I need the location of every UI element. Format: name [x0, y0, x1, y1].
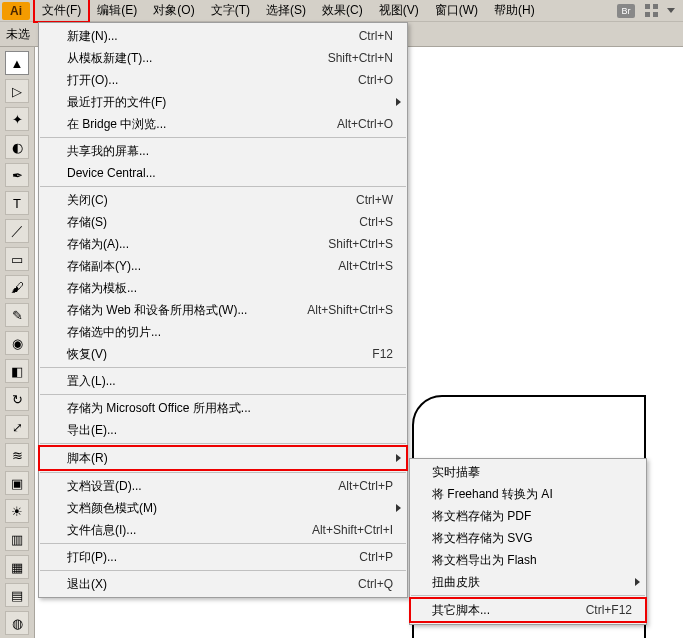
menu-save-copy[interactable]: 存储副本(Y)...Alt+Ctrl+S	[39, 255, 407, 277]
menu-doc-color-mode[interactable]: 文档颜色模式(M)	[39, 497, 407, 519]
tool-warp[interactable]: ≋	[5, 443, 29, 467]
menubar: Ai 文件(F) 编辑(E) 对象(O) 文字(T) 选择(S) 效果(C) 视…	[0, 0, 683, 22]
menu-separator	[40, 543, 406, 544]
submenu-save-as-svg[interactable]: 将文档存储为 SVG	[410, 527, 646, 549]
menu-separator	[40, 367, 406, 368]
menu-close[interactable]: 关闭(C)Ctrl+W	[39, 189, 407, 211]
menu-separator	[411, 595, 645, 596]
submenu-arrow-icon	[396, 98, 401, 106]
tool-free-transform[interactable]: ▣	[5, 471, 29, 495]
menu-save-for-web[interactable]: 存储为 Web 和设备所用格式(W)...Alt+Shift+Ctrl+S	[39, 299, 407, 321]
tool-pencil[interactable]: ✎	[5, 303, 29, 327]
tool-rotate[interactable]: ↻	[5, 387, 29, 411]
menu-save-selected-slices[interactable]: 存储选中的切片...	[39, 321, 407, 343]
menu-place[interactable]: 置入(L)...	[39, 370, 407, 392]
menu-save-as[interactable]: 存储为(A)...Shift+Ctrl+S	[39, 233, 407, 255]
menu-separator	[40, 472, 406, 473]
tool-eyedropper[interactable]: ◍	[5, 611, 29, 635]
file-dropdown-menu: 新建(N)...Ctrl+N 从模板新建(T)...Shift+Ctrl+N 打…	[38, 22, 408, 598]
submenu-arrow-icon	[396, 504, 401, 512]
tool-line[interactable]: ／	[5, 219, 29, 243]
arrange-grid-icon[interactable]	[645, 4, 659, 18]
toolbox: ▲ ▷ ✦ ◐ ✒ T ／ ▭ 🖌 ✎ ◉ ◧ ↻ ⤢ ≋ ▣ ☀ ▥ ▦ ▤ …	[0, 47, 35, 638]
menu-effect[interactable]: 效果(C)	[314, 0, 371, 22]
tool-brush[interactable]: 🖌	[5, 275, 29, 299]
menu-separator	[40, 137, 406, 138]
menu-select[interactable]: 选择(S)	[258, 0, 314, 22]
menu-new-from-template[interactable]: 从模板新建(T)...Shift+Ctrl+N	[39, 47, 407, 69]
tool-symbol-sprayer[interactable]: ☀	[5, 499, 29, 523]
menu-revert[interactable]: 恢复(V)F12	[39, 343, 407, 365]
menu-print[interactable]: 打印(P)...Ctrl+P	[39, 546, 407, 568]
submenu-arrow-icon	[396, 454, 401, 462]
tool-graph[interactable]: ▥	[5, 527, 29, 551]
menu-exit[interactable]: 退出(X)Ctrl+Q	[39, 573, 407, 595]
tool-selection[interactable]: ▲	[5, 51, 29, 75]
menu-separator	[40, 394, 406, 395]
menu-view[interactable]: 视图(V)	[371, 0, 427, 22]
menu-file[interactable]: 文件(F)	[34, 0, 89, 22]
submenu-warp[interactable]: 扭曲皮肤	[410, 571, 646, 593]
menu-new[interactable]: 新建(N)...Ctrl+N	[39, 25, 407, 47]
submenu-freehand-to-ai[interactable]: 将 Freehand 转换为 AI	[410, 483, 646, 505]
submenu-live-trace[interactable]: 实时描摹	[410, 461, 646, 483]
tool-rectangle[interactable]: ▭	[5, 247, 29, 271]
menu-browse-in-bridge[interactable]: 在 Bridge 中浏览...Alt+Ctrl+O	[39, 113, 407, 135]
tool-pen[interactable]: ✒	[5, 163, 29, 187]
menu-save[interactable]: 存储(S)Ctrl+S	[39, 211, 407, 233]
menu-open-recent[interactable]: 最近打开的文件(F)	[39, 91, 407, 113]
app-logo: Ai	[2, 2, 30, 20]
tool-gradient[interactable]: ▤	[5, 583, 29, 607]
menu-separator	[40, 443, 406, 444]
menu-scripts[interactable]: 脚本(R)	[39, 446, 407, 470]
workspace-dropdown-icon[interactable]	[667, 8, 675, 13]
tool-direct-selection[interactable]: ▷	[5, 79, 29, 103]
menu-edit[interactable]: 编辑(E)	[89, 0, 145, 22]
menu-share-screen[interactable]: 共享我的屏幕...	[39, 140, 407, 162]
menu-doc-setup[interactable]: 文档设置(D)...Alt+Ctrl+P	[39, 475, 407, 497]
submenu-export-flash[interactable]: 将文档导出为 Flash	[410, 549, 646, 571]
submenu-other-scripts[interactable]: 其它脚本...Ctrl+F12	[410, 598, 646, 622]
menu-separator	[40, 570, 406, 571]
tool-lasso[interactable]: ◐	[5, 135, 29, 159]
menu-save-template[interactable]: 存储为模板...	[39, 277, 407, 299]
submenu-arrow-icon	[635, 578, 640, 586]
bridge-icon[interactable]: Br	[617, 4, 635, 18]
menu-window[interactable]: 窗口(W)	[427, 0, 486, 22]
submenu-save-as-pdf[interactable]: 将文档存储为 PDF	[410, 505, 646, 527]
menu-export[interactable]: 导出(E)...	[39, 419, 407, 441]
selection-status: 未选	[6, 26, 30, 43]
menu-separator	[40, 186, 406, 187]
menu-open[interactable]: 打开(O)...Ctrl+O	[39, 69, 407, 91]
menu-help[interactable]: 帮助(H)	[486, 0, 543, 22]
menu-device-central[interactable]: Device Central...	[39, 162, 407, 184]
tool-eraser[interactable]: ◧	[5, 359, 29, 383]
tool-blob-brush[interactable]: ◉	[5, 331, 29, 355]
menu-file-info[interactable]: 文件信息(I)...Alt+Shift+Ctrl+I	[39, 519, 407, 541]
scripts-submenu: 实时描摹 将 Freehand 转换为 AI 将文档存储为 PDF 将文档存储为…	[409, 458, 647, 625]
menu-object[interactable]: 对象(O)	[145, 0, 202, 22]
tool-mesh[interactable]: ▦	[5, 555, 29, 579]
menu-type[interactable]: 文字(T)	[203, 0, 258, 22]
tool-magic-wand[interactable]: ✦	[5, 107, 29, 131]
menu-save-ms-office[interactable]: 存储为 Microsoft Office 所用格式...	[39, 397, 407, 419]
tool-type[interactable]: T	[5, 191, 29, 215]
tool-scale[interactable]: ⤢	[5, 415, 29, 439]
